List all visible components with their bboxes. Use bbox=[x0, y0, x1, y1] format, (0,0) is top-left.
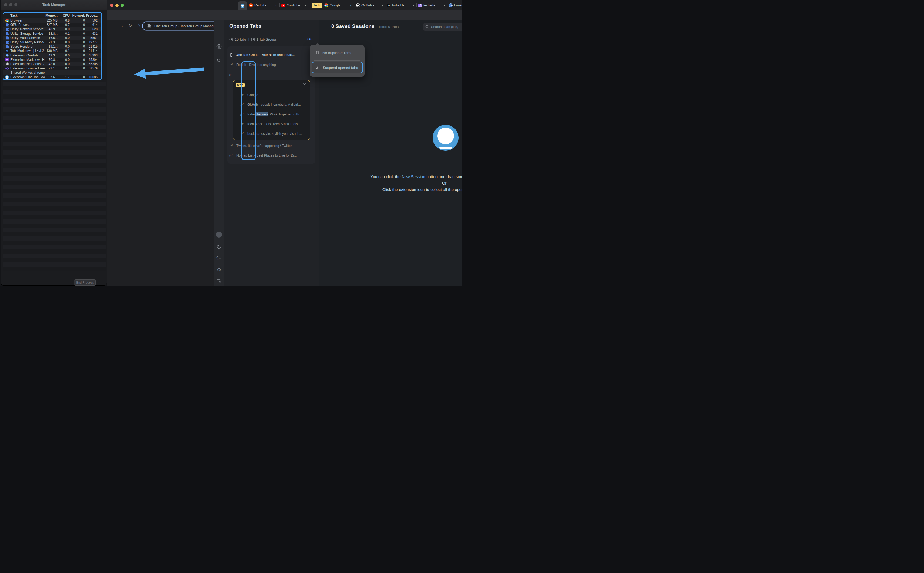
column-task[interactable]: Task bbox=[11, 14, 45, 17]
task-network: 0 bbox=[71, 53, 86, 57]
task-memory: 49.3... bbox=[45, 53, 59, 57]
menu-caret bbox=[315, 43, 320, 45]
table-row[interactable]: GPU Process 827 MB 0.7 0 614 bbox=[3, 23, 101, 27]
close-tab-icon[interactable]: × bbox=[412, 3, 414, 8]
table-row[interactable]: Utility: Audio Service 16.5... 0.0 0 556… bbox=[3, 36, 101, 40]
one-tab-group-icon bbox=[241, 4, 244, 8]
task-cpu: 0.1 bbox=[59, 49, 71, 53]
menu-item-suspend-opened-tabs[interactable]: Suspend opened tabs bbox=[310, 62, 365, 73]
table-row[interactable]: M Extension: Markdown H 70.8... 0.0 0 65… bbox=[3, 58, 101, 62]
tab-youtube[interactable]: YouTube × bbox=[281, 2, 306, 8]
task-memory: 827 MB bbox=[45, 23, 59, 27]
column-network[interactable]: Network bbox=[71, 14, 86, 17]
indie-hackers-icon: IH bbox=[387, 4, 391, 7]
profile-icon bbox=[216, 44, 222, 49]
session-search[interactable] bbox=[423, 23, 462, 31]
bookmark-style-icon: B bbox=[449, 3, 453, 7]
close-tab-icon[interactable]: × bbox=[443, 3, 445, 8]
task-cpu: 6.8 bbox=[59, 19, 71, 22]
task-cpu: 0.0 bbox=[59, 36, 71, 40]
table-row[interactable]: Browser 325 MB 6.8 0 502 bbox=[3, 18, 101, 23]
svg-text:文: 文 bbox=[217, 258, 219, 260]
tech-stack-icon bbox=[418, 4, 422, 7]
table-row[interactable]: Utility: V8 Proxy Resolv 21.3... 0.0 0 1… bbox=[3, 40, 101, 44]
tab-label: Reddit - bbox=[255, 3, 266, 7]
table-row[interactable]: Shared Worker: chrome bbox=[3, 70, 101, 75]
tab-title: One Tab Group | Your all-in-one tab/ta..… bbox=[236, 53, 295, 57]
task-pid: 65304 bbox=[86, 58, 99, 62]
sessions-total: Total: 0 Tabs bbox=[378, 25, 399, 29]
task-cpu: 0.1 bbox=[59, 32, 71, 36]
new-session-link[interactable]: New Session bbox=[402, 174, 425, 179]
table-header[interactable]: Task Memo... CPU Network Proce... bbox=[3, 13, 101, 18]
back-icon[interactable]: ← bbox=[110, 22, 116, 29]
tab-group-chip[interactable]: tech bbox=[312, 3, 322, 8]
sidebar-profile-button[interactable] bbox=[216, 43, 222, 50]
task-name: Utility: Network Service bbox=[11, 27, 45, 31]
task-memory: 138 MB bbox=[45, 49, 59, 53]
task-cpu: 0.0 bbox=[59, 40, 71, 44]
zoom-window-icon[interactable] bbox=[121, 4, 124, 7]
tab-bookmar[interactable]: Bbookmar × bbox=[449, 2, 462, 8]
tab-one-tab-group-active[interactable] bbox=[238, 2, 247, 11]
github-icon bbox=[356, 3, 360, 7]
table-row[interactable]: Extension: OneTab 49.3... 0.0 0 65303 bbox=[3, 53, 101, 58]
sidebar-session-settings-button[interactable] bbox=[216, 277, 222, 284]
search-input[interactable] bbox=[430, 25, 461, 29]
task-network: 0 bbox=[71, 36, 86, 40]
tab-tech-sta[interactable]: tech-sta × bbox=[418, 2, 445, 8]
column-pid[interactable]: Proce... bbox=[86, 14, 99, 17]
close-tab-icon[interactable]: × bbox=[275, 3, 277, 8]
close-tab-icon[interactable]: × bbox=[350, 3, 352, 8]
table-row[interactable]: Spare Renderer 19.1... 0.0 0 21415 bbox=[3, 44, 101, 49]
table-row[interactable]: Extension: One Tab Gro 97.6... 1.7 0 100… bbox=[3, 75, 101, 79]
table-row[interactable]: M Tab: Markdown | 让排版 138 MB 0.1 0 21414 bbox=[3, 49, 101, 53]
task-pid: 65303 bbox=[86, 53, 99, 57]
sidebar-account-button[interactable] bbox=[216, 231, 222, 238]
table-row[interactable]: Utility: Storage Service 18.8... 0.1 0 6… bbox=[3, 31, 101, 36]
task-memory: 16.5... bbox=[45, 36, 59, 40]
sidebar-settings-button[interactable]: ⚙ bbox=[216, 266, 222, 273]
search-highlight: Hackers bbox=[256, 113, 268, 116]
forward-icon[interactable]: → bbox=[118, 22, 125, 29]
tab-github-[interactable]: GitHub - × bbox=[356, 2, 383, 8]
task-name: Extension: Loom – Free bbox=[11, 66, 45, 70]
task-network: 0 bbox=[71, 49, 86, 53]
task-memory: 21.3... bbox=[45, 40, 59, 44]
opened-tab-row[interactable]: One Tab Group | Your all-in-one tab/ta..… bbox=[229, 52, 313, 58]
opened-tabs-list: One Tab Group | Your all-in-one tab/ta..… bbox=[227, 46, 316, 164]
settings-icon: ⚙ bbox=[217, 268, 221, 272]
tab-reddit-[interactable]: Reddit - × bbox=[249, 2, 277, 8]
task-memory: 19.1... bbox=[45, 45, 59, 49]
column-cpu[interactable]: CPU bbox=[59, 14, 71, 17]
close-tab-icon[interactable]: × bbox=[305, 3, 306, 8]
opened-tabs-menu-icon[interactable]: ••• bbox=[307, 37, 312, 41]
tab-strip: tech Reddit - × YouTube × Google × GitHu… bbox=[107, 0, 462, 11]
sidebar-search-button[interactable] bbox=[216, 57, 222, 64]
sidebar-translate-button[interactable]: A文 bbox=[216, 254, 222, 261]
sidebar-dark-mode-button[interactable] bbox=[216, 243, 222, 250]
table-row[interactable]: Extension: Loom – Free 72.1... 0.1 0 525… bbox=[3, 66, 101, 70]
home-icon[interactable]: ⌂ bbox=[136, 22, 142, 29]
process-table[interactable]: Task Memo... CPU Network Proce... Browse… bbox=[3, 12, 102, 80]
puzzle-icon bbox=[5, 27, 9, 31]
close-tab-icon[interactable]: × bbox=[381, 3, 383, 8]
close-window-icon[interactable] bbox=[110, 4, 113, 7]
tab-indie-ha[interactable]: IHIndie Ha × bbox=[387, 2, 414, 8]
menu-item-no-duplicate-tabs[interactable]: No duplicate Tabs bbox=[310, 47, 365, 58]
end-process-button[interactable]: End Process bbox=[74, 279, 96, 286]
reload-icon[interactable]: ↻ bbox=[127, 22, 133, 29]
minimize-window-icon[interactable] bbox=[116, 4, 119, 7]
tab-label: GitHub - bbox=[361, 3, 374, 7]
table-row[interactable]: Extension: NetBeans C 42.0... 0.0 0 6530… bbox=[3, 62, 101, 66]
column-memory[interactable]: Memo... bbox=[45, 14, 59, 17]
task-memory: 70.8... bbox=[45, 58, 59, 62]
collapse-group-icon[interactable] bbox=[303, 83, 306, 86]
task-cpu: 0.0 bbox=[59, 45, 71, 49]
task-network: 0 bbox=[71, 75, 86, 79]
table-row[interactable]: Utility: Network Service 43.9... 0.0 0 6… bbox=[3, 27, 101, 31]
task-cpu: 0.0 bbox=[59, 27, 71, 31]
tab-google[interactable]: Google × bbox=[324, 2, 352, 8]
task-manager-titlebar[interactable]: Task Manager bbox=[1, 0, 107, 10]
task-network: 0 bbox=[71, 19, 86, 22]
